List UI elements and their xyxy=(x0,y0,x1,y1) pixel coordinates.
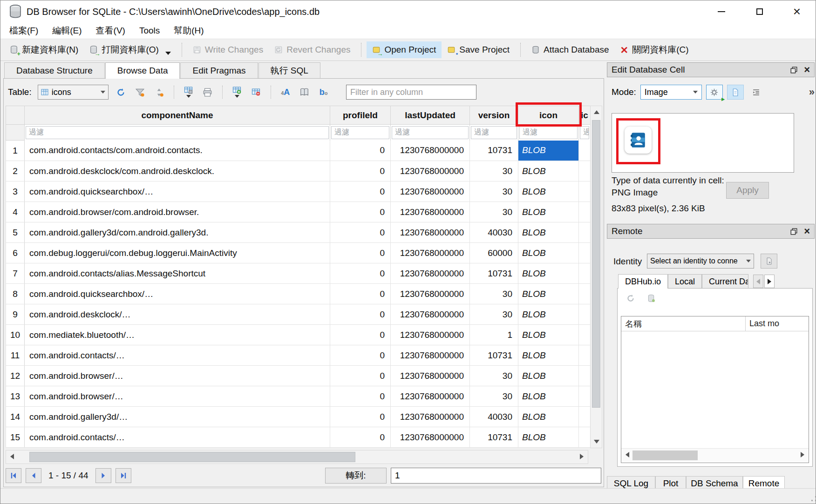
tab-browse-data[interactable]: Browse Data xyxy=(105,62,180,79)
cell-version[interactable]: 30 xyxy=(470,284,518,304)
close-panel-icon[interactable]: × xyxy=(804,65,810,75)
scroll-right-icon[interactable] xyxy=(801,452,804,457)
cell-lastUpdated[interactable]: 1230768000000 xyxy=(391,407,470,427)
cell-icon[interactable]: BLOB xyxy=(518,407,579,427)
cell-icon[interactable]: BLOB xyxy=(518,202,579,222)
cell-icon[interactable]: BLOB xyxy=(518,222,579,243)
cell-profileId[interactable]: 0 xyxy=(330,222,391,243)
menu-tools[interactable]: Tools xyxy=(132,23,167,39)
cell-lastUpdated[interactable]: 1230768000000 xyxy=(391,141,470,161)
menu-edit[interactable]: 編輯(E) xyxy=(45,23,88,39)
cell-profileId[interactable]: 0 xyxy=(330,141,391,161)
cell-lastUpdated[interactable]: 1230768000000 xyxy=(391,161,470,181)
cell-profileId[interactable]: 0 xyxy=(330,345,391,366)
cell-componentName[interactable]: com.android.deskclock/… xyxy=(25,304,330,325)
close-button[interactable]: × xyxy=(784,0,810,23)
goto-record-input[interactable] xyxy=(391,468,601,484)
horizontal-scrollbar-thumb[interactable] xyxy=(29,452,355,462)
cell-version[interactable]: 10731 xyxy=(470,263,518,284)
cell-version[interactable]: 30 xyxy=(470,304,518,325)
cell-icon[interactable]: BLOB xyxy=(518,345,579,366)
cell-version[interactable]: 1 xyxy=(470,325,518,345)
cell-lastUpdated[interactable]: 1230768000000 xyxy=(391,345,470,366)
column-header-version[interactable]: version xyxy=(470,106,518,125)
scroll-right-icon[interactable] xyxy=(580,454,584,459)
cell-icon[interactable]: BLOB xyxy=(518,263,579,284)
identity-select[interactable]: Select an identity to conne xyxy=(647,254,754,269)
minimize-button[interactable] xyxy=(708,0,734,23)
encoding-button[interactable]: bo xyxy=(317,84,330,100)
refresh-button[interactable] xyxy=(115,84,128,100)
cell-lastUpdated[interactable]: 1230768000000 xyxy=(391,202,470,222)
cell-profileId[interactable]: 0 xyxy=(330,243,391,263)
cell-partial[interactable] xyxy=(579,284,591,304)
revert-changes-button[interactable]: Revert Changes xyxy=(269,41,356,58)
apply-button[interactable]: Apply xyxy=(726,182,769,199)
cell-componentName[interactable]: com.android.contacts/com.android.contact… xyxy=(25,141,330,161)
cell-profileId[interactable]: 0 xyxy=(330,304,391,325)
scroll-up-icon[interactable] xyxy=(594,110,599,114)
cell-profileId[interactable]: 0 xyxy=(330,161,391,181)
cell-version[interactable]: 40030 xyxy=(470,407,518,427)
cell-partial[interactable] xyxy=(579,161,591,181)
cell-partial[interactable] xyxy=(579,243,591,263)
cell-partial[interactable] xyxy=(579,181,591,202)
cell-icon[interactable]: BLOB xyxy=(518,366,579,386)
cell-version[interactable]: 10731 xyxy=(470,345,518,366)
cell-lastUpdated[interactable]: 1230768000000 xyxy=(391,263,470,284)
column-header-partial[interactable]: ic xyxy=(579,106,591,125)
menu-view[interactable]: 查看(V) xyxy=(89,23,132,39)
tab-current-database[interactable]: Current Dat xyxy=(702,274,748,288)
filter-cell[interactable]: 過濾 xyxy=(330,125,391,141)
last-page-button[interactable] xyxy=(116,468,131,483)
filter-cell[interactable]: 過濾 xyxy=(25,125,330,141)
column-header-componentName[interactable]: componentName xyxy=(25,106,330,125)
cell-version[interactable]: 30 xyxy=(470,202,518,222)
cell-componentName[interactable]: com.android.gallery3d/com.android.galler… xyxy=(25,222,330,243)
cell-version[interactable]: 40030 xyxy=(470,222,518,243)
cell-partial[interactable] xyxy=(579,366,591,386)
import-data-button[interactable]: ▸ xyxy=(706,85,723,100)
cell-componentName[interactable]: com.android.contacts/… xyxy=(25,427,330,448)
close-database-button[interactable]: ✕ 關閉資料庫(C) xyxy=(615,40,694,59)
cell-partial[interactable] xyxy=(579,222,591,243)
cell-partial[interactable] xyxy=(579,386,591,407)
export-data-button[interactable] xyxy=(727,85,744,100)
vertical-scrollbar-thumb[interactable] xyxy=(592,120,600,408)
scrollbar-thumb[interactable] xyxy=(632,450,698,460)
cell-partial[interactable] xyxy=(579,202,591,222)
tab-execute-sql[interactable]: 執行 SQL xyxy=(258,62,320,78)
cell-componentName[interactable]: com.mediatek.bluetooth/… xyxy=(25,325,330,345)
goto-button[interactable]: 轉到: xyxy=(325,468,387,484)
cell-lastUpdated[interactable]: 1230768000000 xyxy=(391,222,470,243)
remote-list-scrollbar[interactable] xyxy=(621,448,809,462)
cell-version[interactable]: 30 xyxy=(470,386,518,407)
maximize-button[interactable] xyxy=(747,0,773,23)
float-panel-icon[interactable] xyxy=(790,228,797,235)
cell-profileId[interactable]: 0 xyxy=(330,427,391,448)
open-project-button[interactable]: → Open Project xyxy=(367,41,442,58)
clone-database-icon[interactable] xyxy=(647,294,655,302)
remote-database-list[interactable]: 名稱 Last mo xyxy=(621,316,809,463)
font-button[interactable]: 4A xyxy=(279,84,292,100)
next-page-button[interactable] xyxy=(95,468,111,483)
tab-local[interactable]: Local xyxy=(668,274,702,288)
open-database-dropdown-icon[interactable] xyxy=(165,52,171,55)
tab-scroll-left-button[interactable] xyxy=(753,275,763,288)
cell-lastUpdated[interactable]: 1230768000000 xyxy=(391,284,470,304)
list-header-last-modified[interactable]: Last mo xyxy=(745,316,809,331)
cell-lastUpdated[interactable]: 1230768000000 xyxy=(391,304,470,325)
cell-lastUpdated[interactable]: 1230768000000 xyxy=(391,243,470,263)
cell-lastUpdated[interactable]: 1230768000000 xyxy=(391,386,470,407)
cell-version[interactable]: 10731 xyxy=(470,427,518,448)
cell-version[interactable]: 30 xyxy=(470,161,518,181)
float-panel-icon[interactable] xyxy=(790,67,797,74)
cell-componentName[interactable]: com.android.browser/com.android.browser. xyxy=(25,202,330,222)
cell-partial[interactable] xyxy=(579,304,591,325)
close-panel-icon[interactable]: × xyxy=(804,226,810,236)
cell-version[interactable]: 30 xyxy=(470,181,518,202)
cell-profileId[interactable]: 0 xyxy=(330,386,391,407)
cell-profileId[interactable]: 0 xyxy=(330,284,391,304)
cell-version[interactable]: 10731 xyxy=(470,141,518,161)
cell-profileId[interactable]: 0 xyxy=(330,325,391,345)
